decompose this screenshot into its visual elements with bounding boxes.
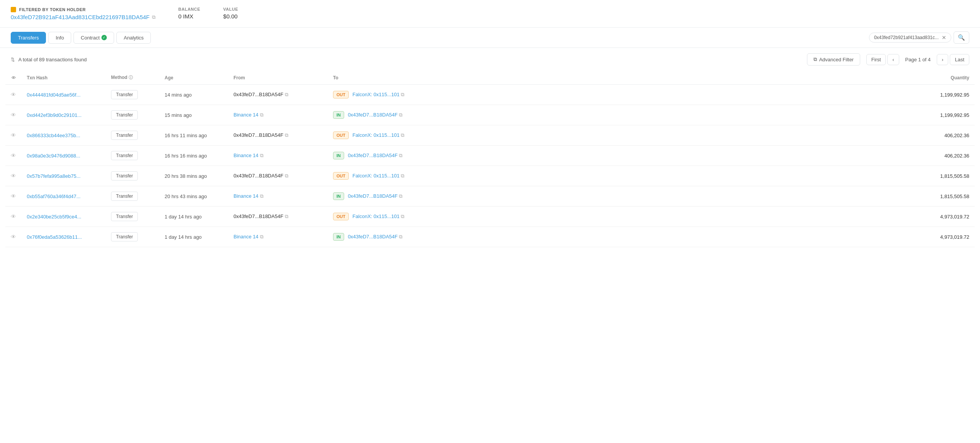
table-row: 👁 0x57b7fefa995a8eb75... Transfer 20 hrs…: [5, 166, 975, 186]
txn-hash-link[interactable]: 0x76f0eda5a53626b11...: [27, 234, 82, 240]
from-link[interactable]: Binance 14: [234, 234, 258, 240]
row-method-cell: Transfer: [106, 186, 159, 207]
quantity-value: 1,815,505.58: [940, 194, 969, 199]
copy-to-icon[interactable]: ⧉: [399, 193, 402, 199]
row-txn-hash-cell: 0x2e340be25cb5f9ce4...: [21, 207, 106, 227]
row-from-cell: Binance 14 ⧉: [228, 186, 328, 207]
to-link[interactable]: 0x43feD7...B18DA54F: [348, 112, 398, 118]
search-button[interactable]: 🔍: [954, 31, 969, 44]
copy-to-icon[interactable]: ⧉: [401, 213, 404, 219]
copy-to-icon[interactable]: ⧉: [399, 153, 402, 158]
from-link[interactable]: Binance 14: [234, 153, 258, 158]
to-link[interactable]: 0x43feD7...B18DA54F: [348, 193, 398, 199]
col-to: To: [328, 71, 450, 85]
age-text: 14 mins ago: [165, 92, 192, 98]
tab-contract[interactable]: Contract ✓: [74, 32, 114, 44]
value-section: VALUE $0.00: [223, 7, 238, 20]
tabs-bar: Transfers Info Contract ✓ Analytics 0x43…: [0, 28, 980, 48]
page-info: Page 1 of 4: [901, 54, 936, 65]
balance-label: BALANCE: [178, 7, 200, 11]
row-txn-hash-cell: 0x57b7fefa995a8eb75...: [21, 166, 106, 186]
token-holder-address[interactable]: 0x43feD72B921aF413Aad831CEbd221697B18DA5…: [11, 14, 155, 20]
copy-from-icon[interactable]: ⧉: [285, 213, 288, 219]
to-link[interactable]: FalconX: 0x115...101: [353, 132, 400, 138]
row-quantity-cell: 4,973,019.72: [450, 227, 975, 247]
to-link[interactable]: FalconX: 0x115...101: [353, 173, 400, 179]
age-text: 16 hrs 16 mins ago: [165, 153, 207, 159]
copy-from-icon[interactable]: ⧉: [285, 173, 288, 179]
row-eye-icon[interactable]: 👁: [11, 132, 16, 138]
tab-analytics-label: Analytics: [124, 35, 144, 41]
row-eye-icon[interactable]: 👁: [11, 234, 16, 240]
quantity-value: 4,973,019.72: [940, 214, 969, 220]
row-txn-hash-cell: 0x866333cb44ee375b...: [21, 125, 106, 146]
col-quantity: Quantity: [450, 71, 975, 85]
row-eye-icon[interactable]: 👁: [11, 193, 16, 199]
copy-from-icon[interactable]: ⧉: [260, 153, 263, 158]
age-text: 20 hrs 38 mins ago: [165, 173, 207, 179]
tab-transfers[interactable]: Transfers: [11, 32, 46, 44]
tab-analytics[interactable]: Analytics: [116, 32, 151, 44]
row-method-cell: Transfer: [106, 146, 159, 166]
copy-to-icon[interactable]: ⧉: [401, 132, 404, 138]
row-eye-icon[interactable]: 👁: [11, 213, 16, 220]
txn-hash-link[interactable]: 0x866333cb44ee375b...: [27, 133, 80, 138]
copy-from-icon[interactable]: ⧉: [285, 132, 288, 138]
to-link[interactable]: FalconX: 0x115...101: [353, 213, 400, 219]
txn-hash-link[interactable]: 0x2e340be25cb5f9ce4...: [27, 214, 81, 220]
row-age-cell: 1 day 14 hrs ago: [159, 207, 228, 227]
row-method-cell: Transfer: [106, 85, 159, 105]
quantity-value: 4,973,019.72: [940, 234, 969, 240]
copy-from-icon[interactable]: ⧉: [260, 112, 263, 118]
next-page-button[interactable]: ›: [937, 54, 948, 65]
age-text: 15 mins ago: [165, 112, 192, 118]
row-eye-cell: 👁: [5, 85, 21, 105]
from-link[interactable]: Binance 14: [234, 193, 258, 199]
row-from-cell: Binance 14 ⧉: [228, 146, 328, 166]
copy-to-icon[interactable]: ⧉: [401, 173, 404, 179]
to-link[interactable]: 0x43feD7...B18DA54F: [348, 234, 398, 240]
copy-from-icon[interactable]: ⧉: [260, 234, 263, 240]
table-row: 👁 0xd442ef3b9d0c29101... Transfer 15 min…: [5, 105, 975, 125]
last-page-button[interactable]: Last: [950, 54, 969, 65]
from-link[interactable]: Binance 14: [234, 112, 258, 118]
row-eye-icon[interactable]: 👁: [11, 92, 16, 98]
copy-to-icon[interactable]: ⧉: [399, 112, 402, 118]
row-quantity-cell: 1,199,992.95: [450, 85, 975, 105]
copy-from-icon[interactable]: ⧉: [260, 193, 263, 199]
copy-to-icon[interactable]: ⧉: [399, 234, 402, 240]
txn-hash-link[interactable]: 0x444481fd04d5ae56f...: [27, 92, 80, 98]
method-badge: Transfer: [111, 192, 138, 201]
advanced-filter-label: Advanced Filter: [819, 57, 854, 62]
txn-hash-link[interactable]: 0x98a0e3c9476d9088...: [27, 153, 80, 159]
table-row: 👁 0x2e340be25cb5f9ce4... Transfer 1 day …: [5, 207, 975, 227]
txn-hash-link[interactable]: 0xd442ef3b9d0c29101...: [27, 112, 82, 118]
row-eye-icon[interactable]: 👁: [11, 173, 16, 179]
row-age-cell: 20 hrs 43 mins ago: [159, 186, 228, 207]
to-link[interactable]: FalconX: 0x115...101: [353, 92, 400, 97]
copy-address-icon[interactable]: ⧉: [152, 14, 155, 20]
prev-page-button[interactable]: ‹: [887, 54, 899, 65]
row-eye-icon[interactable]: 👁: [11, 112, 16, 118]
search-pill-close[interactable]: ✕: [942, 35, 946, 40]
row-age-cell: 14 mins ago: [159, 85, 228, 105]
txn-hash-link[interactable]: 0x57b7fefa995a8eb75...: [27, 173, 80, 179]
first-page-button[interactable]: First: [866, 54, 886, 65]
value-value: $0.00: [223, 13, 238, 20]
copy-to-icon[interactable]: ⧉: [401, 92, 404, 97]
row-eye-icon[interactable]: 👁: [11, 153, 16, 159]
method-help-icon[interactable]: ⓘ: [129, 75, 133, 80]
row-txn-hash-cell: 0x444481fd04d5ae56f...: [21, 85, 106, 105]
direction-badge: IN: [333, 233, 344, 241]
row-from-cell: 0x43feD7...B18DA54F ⧉: [228, 166, 328, 186]
copy-from-icon[interactable]: ⧉: [285, 92, 288, 97]
to-link[interactable]: 0x43feD7...B18DA54F: [348, 153, 398, 158]
tab-info[interactable]: Info: [48, 32, 71, 44]
row-quantity-cell: 1,815,505.58: [450, 166, 975, 186]
row-quantity-cell: 1,199,992.95: [450, 105, 975, 125]
advanced-filter-button[interactable]: ⧉ Advanced Filter: [807, 53, 860, 66]
row-from-cell: 0x43feD7...B18DA54F ⧉: [228, 85, 328, 105]
txn-hash-link[interactable]: 0xb55af760a346f4d47...: [27, 194, 80, 199]
filter-icon: [11, 7, 16, 12]
col-method: Method ⓘ: [106, 71, 159, 85]
